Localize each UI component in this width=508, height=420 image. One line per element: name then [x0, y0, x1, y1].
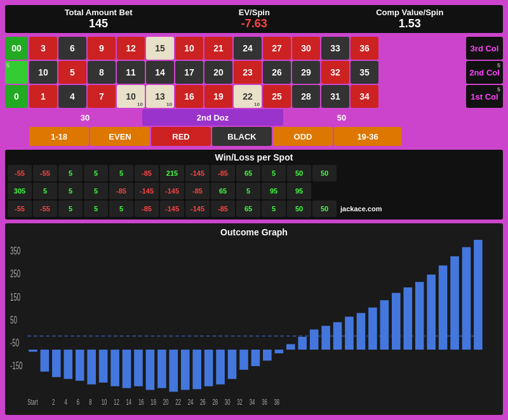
svg-rect-19 — [169, 350, 178, 391]
dozen-row: 30 2nd Doz 50 — [29, 109, 503, 126]
svg-text:-50: -50 — [10, 338, 19, 349]
svg-text:38: 38 — [274, 397, 280, 407]
svg-text:22: 22 — [175, 397, 181, 407]
wl-2-8: -85 — [185, 183, 210, 199]
svg-rect-28 — [275, 350, 284, 353]
svg-rect-20 — [181, 350, 190, 390]
num-1[interactable]: 1 — [29, 85, 57, 108]
wl-2-5: -85 — [109, 183, 133, 199]
wl-1-13: 50 — [312, 165, 337, 181]
wl-3-1: -55 — [8, 200, 32, 217]
col-label-1st[interactable]: 51st Col — [466, 85, 503, 108]
svg-text:350: 350 — [10, 245, 20, 256]
wl-3-13: 50 — [312, 200, 337, 217]
num-32[interactable]: 32 — [321, 61, 349, 84]
svg-rect-17 — [146, 350, 155, 390]
num-23[interactable]: 23 — [234, 61, 262, 84]
num-21[interactable]: 21 — [204, 37, 232, 60]
num-25[interactable]: 25 — [263, 85, 291, 108]
outside-red[interactable]: RED — [151, 127, 211, 146]
svg-text:Start: Start — [27, 397, 37, 407]
num-12[interactable]: 12 — [117, 37, 145, 60]
svg-text:2: 2 — [52, 397, 55, 407]
stats-bar: Total Amount Bet 145 EV/Spin -7.63 Comp … — [5, 5, 503, 33]
outside-odd[interactable]: ODD — [273, 127, 333, 146]
wl-3-11: 5 — [262, 200, 286, 217]
num-33[interactable]: 33 — [321, 37, 349, 60]
num-7[interactable]: 7 — [88, 85, 116, 108]
num-10c[interactable]: 1010 — [117, 85, 145, 108]
wl-2-2: 5 — [33, 183, 57, 199]
outside-1-18[interactable]: 1-18 — [29, 127, 89, 146]
dozen-50[interactable]: 50 — [284, 109, 399, 126]
wl-2-7: -145 — [160, 183, 184, 199]
wl-2-9: 65 — [211, 183, 235, 199]
wl-3-8: -145 — [185, 200, 210, 217]
num-9[interactable]: 9 — [88, 37, 116, 60]
col-label-3rd[interactable]: 3rd Col — [466, 37, 503, 60]
num-20[interactable]: 20 — [204, 61, 232, 84]
svg-text:24: 24 — [188, 397, 194, 407]
num-10[interactable]: 10 — [175, 37, 203, 60]
num-35[interactable]: 35 — [351, 61, 378, 84]
svg-rect-36 — [368, 308, 377, 350]
num-31[interactable]: 31 — [321, 85, 349, 108]
outside-19-36[interactable]: 19-36 — [334, 127, 401, 146]
num-29[interactable]: 29 — [292, 61, 320, 84]
left-zeros: 00 5 0 — [5, 37, 28, 108]
num-22[interactable]: 2210 — [234, 85, 262, 108]
num-17[interactable]: 17 — [175, 61, 203, 84]
wl-1-11: 5 — [262, 165, 286, 181]
svg-rect-43 — [450, 256, 459, 350]
num-3[interactable]: 3 — [29, 37, 57, 60]
svg-rect-10 — [64, 350, 72, 379]
num-28[interactable]: 28 — [292, 85, 320, 108]
num-36[interactable]: 36 — [351, 37, 378, 60]
num-30[interactable]: 30 — [292, 37, 320, 60]
num-5[interactable]: 5 — [58, 61, 86, 84]
svg-rect-34 — [345, 317, 354, 350]
number-row-1: 3 6 9 12 15 10 21 24 27 30 33 36 — [29, 37, 465, 60]
wl-1-6: -85 — [135, 165, 159, 181]
wl-2-11: 95 — [262, 183, 286, 199]
dozen-2nd[interactable]: 2nd Doz — [142, 109, 283, 126]
svg-text:8: 8 — [89, 397, 91, 407]
num-15-cream[interactable]: 15 — [146, 37, 174, 60]
num-24[interactable]: 24 — [234, 37, 262, 60]
wl-row-1: -55 -55 5 5 5 -85 215 -145 -85 65 5 50 5… — [8, 165, 500, 181]
zero-00[interactable]: 00 — [5, 37, 28, 60]
num-27[interactable]: 27 — [263, 37, 291, 60]
num-6[interactable]: 6 — [58, 37, 86, 60]
wl-3-10: 65 — [236, 200, 260, 217]
wl-row-2: 305 5 5 5 -85 -145 -145 -85 65 5 95 95 — [8, 183, 500, 199]
outside-black[interactable]: BLACK — [212, 127, 272, 146]
wl-3-9: -85 — [211, 200, 235, 217]
num-13[interactable]: 1310 — [146, 85, 174, 108]
wl-3-12: 50 — [287, 200, 311, 217]
num-26[interactable]: 26 — [263, 61, 291, 84]
wl-2-3: 5 — [58, 183, 83, 199]
col-label-2nd[interactable]: 52nd Col — [466, 61, 503, 84]
svg-rect-29 — [286, 344, 295, 350]
dozen-30[interactable]: 30 — [29, 109, 141, 126]
wl-3-3: 5 — [58, 200, 83, 217]
num-14[interactable]: 14 — [146, 61, 174, 84]
number-row-2: 10 5 8 11 14 17 20 23 26 29 32 35 — [29, 61, 465, 84]
svg-rect-14 — [110, 350, 119, 386]
num-16[interactable]: 16 — [175, 85, 203, 108]
svg-text:28: 28 — [212, 397, 218, 407]
num-8[interactable]: 8 — [88, 61, 116, 84]
zero-5[interactable]: 5 — [5, 61, 28, 84]
outside-even[interactable]: EVEN — [90, 127, 150, 146]
svg-rect-18 — [157, 350, 166, 388]
num-34[interactable]: 34 — [351, 85, 378, 108]
num-10b[interactable]: 10 — [29, 61, 57, 84]
comp-value-label: Comp Value/Spin — [376, 8, 443, 17]
wl-3-7: -145 — [160, 200, 184, 217]
num-4[interactable]: 4 — [58, 85, 86, 108]
num-19[interactable]: 19 — [204, 85, 232, 108]
zero-0[interactable]: 0 — [5, 85, 28, 108]
svg-rect-30 — [298, 337, 307, 350]
total-amount-bet-value: 145 — [65, 17, 133, 30]
num-11[interactable]: 11 — [117, 61, 145, 84]
